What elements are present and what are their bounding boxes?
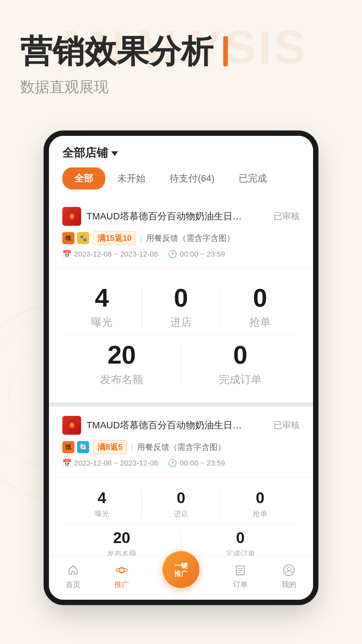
- stat-exposure-value-2: 4: [98, 489, 106, 507]
- stat-grab-1: 0 抢单: [221, 278, 300, 335]
- stats-section-1: 4 曝光 0 进店 0 抢单: [49, 268, 313, 402]
- page-title: 营销效果分析: [20, 34, 213, 69]
- stat-entry-label-1: 进店: [170, 315, 192, 330]
- promo-tag-1: 满15返10: [93, 231, 136, 245]
- campaign-1-time: 📅 2023-12-08 ~ 2023-12-08 🕐 00:00 ~ 23:5…: [62, 250, 300, 259]
- stat-exposure-1: 4 曝光: [62, 278, 141, 335]
- orders-icon: [233, 563, 248, 578]
- campaign-2-status: 已审核: [274, 419, 300, 431]
- campaign-2-tags: 饿 🔄 满8返5 | 用餐反馈（需含字含图）: [62, 440, 300, 454]
- accent-bar: [223, 36, 228, 66]
- page-subtitle: 数据直观展现: [20, 77, 342, 97]
- stat-complete-value-1: 0: [233, 341, 247, 369]
- stats-row-1: 4 曝光 0 进店 0 抢单: [49, 268, 313, 335]
- clock-icon-2: 🕐: [168, 459, 177, 468]
- tab-pending[interactable]: 待支付(64): [158, 167, 227, 190]
- time-text-2: 00:00 ~ 23:59: [180, 459, 225, 468]
- campaign-1-header: 🏮 TMAUD塔慕德百分百动物奶油生日… 已审核: [62, 207, 300, 226]
- orange-badge-2: 饿: [62, 441, 74, 453]
- stat-grab-label-2: 抢单: [253, 509, 267, 519]
- stats-row-3: 4 曝光 0 进店 0 抢单: [49, 477, 313, 524]
- stat-quota-1: 20 发布名额: [62, 335, 181, 392]
- profile-icon: [282, 563, 296, 578]
- nav-orders[interactable]: 订单: [233, 563, 248, 590]
- nav-home[interactable]: 首页: [66, 563, 80, 590]
- blue-badge-2: 🔄: [77, 441, 89, 453]
- stat-entry-2: 0 进店: [141, 484, 221, 524]
- clock-icon-1: 🕐: [168, 250, 177, 259]
- time-item-2: 🕐 00:00 ~ 23:59: [168, 459, 225, 468]
- campaign-card-2: 🏮 TMAUD塔慕德百分百动物奶油生日… 已审核 饿 🔄 满8返5 | 用餐反馈…: [49, 407, 313, 477]
- stat-grab-value-1: 0: [253, 284, 267, 312]
- tabs-row: 全部 未开始 待支付(64) 已完成: [49, 161, 313, 198]
- stat-quota-label-1: 发布名额: [100, 372, 143, 387]
- campaign-2-title: TMAUD塔慕德百分百动物奶油生日…: [86, 419, 270, 432]
- campaign-1-status: 已审核: [274, 210, 300, 222]
- calendar-icon-2: 📅: [62, 459, 71, 468]
- campaign-2-time: 📅 2023-12-08 ~ 2023-12-08 🕐 00:00 ~ 23:5…: [62, 459, 300, 468]
- home-icon: [66, 563, 80, 578]
- nav-home-label: 首页: [66, 580, 80, 590]
- svg-point-7: [287, 567, 291, 571]
- stat-complete-label-1: 完成订单: [219, 372, 262, 387]
- nav-profile[interactable]: 我的: [282, 563, 296, 590]
- tag-icons-2: 饿 🔄: [62, 441, 89, 453]
- date-item-1: 📅 2023-12-08 ~ 2023-12-08: [62, 250, 158, 259]
- stat-grab-2: 0 抢单: [221, 484, 300, 524]
- tag-desc-2: 用餐反馈（需含字含图）: [137, 442, 226, 452]
- date-text-2: 2023-12-08 ~ 2023-12-08: [74, 459, 158, 468]
- stat-complete-1: 0 完成订单: [181, 335, 300, 392]
- campaign-card-1: 🏮 TMAUD塔慕德百分百动物奶油生日… 已审核 饿 🐾 满15返10 | 用餐…: [49, 198, 313, 268]
- stats-row-2: 20 发布名额 0 完成订单: [49, 335, 313, 396]
- time-text-1: 00:00 ~ 23:59: [180, 250, 225, 259]
- nav-promote[interactable]: 推广: [114, 563, 129, 590]
- stat-entry-1: 0 进店: [141, 278, 221, 335]
- tab-completed[interactable]: 已完成: [227, 167, 279, 190]
- chevron-down-icon: [111, 151, 118, 156]
- planet-icon: [114, 563, 129, 578]
- card-separator: [49, 402, 313, 407]
- tag-divider-2: |: [131, 442, 133, 452]
- stat-entry-label-2: 进店: [174, 509, 188, 519]
- nav-quick-promote-btn[interactable]: 一键推广: [163, 551, 199, 588]
- phone-inner: 全部店铺 全部 未开始 待支付(64) 已完成 🏮 TMAUD塔慕德百分百动物奶…: [49, 136, 313, 600]
- stat-quota-value-2: 20: [113, 529, 130, 547]
- stat-quota-value-1: 20: [108, 341, 136, 369]
- stat-exposure-label-2: 曝光: [95, 509, 109, 519]
- nav-quick-promote-text: 一键推广: [174, 561, 188, 578]
- stat-grab-value-2: 0: [256, 489, 264, 507]
- campaign-2-header: 🏮 TMAUD塔慕德百分百动物奶油生日… 已审核: [62, 416, 300, 435]
- phone-frame: 全部店铺 全部 未开始 待支付(64) 已完成 🏮 TMAUD塔慕德百分百动物奶…: [44, 130, 318, 605]
- stat-complete-value-2: 0: [236, 529, 245, 547]
- date-item-2: 📅 2023-12-08 ~ 2023-12-08: [62, 459, 158, 468]
- stat-exposure-label-1: 曝光: [91, 315, 113, 330]
- nav-profile-label: 我的: [282, 580, 296, 590]
- stat-grab-label-1: 抢单: [249, 315, 271, 330]
- tag-desc-1: 用餐反馈（需含字含图）: [146, 233, 235, 244]
- tab-all[interactable]: 全部: [62, 167, 105, 190]
- campaign-1-tags: 饿 🐾 满15返10 | 用餐反馈（需含字含图）: [62, 231, 300, 245]
- stat-exposure-value-1: 4: [95, 284, 109, 312]
- header-section: 营销效果分析 数据直观展现: [0, 0, 362, 110]
- orange-badge: 饿: [62, 232, 74, 244]
- campaign-1-title: TMAUD塔慕德百分百动物奶油生日…: [86, 210, 270, 223]
- campaign-2-logo: 🏮: [62, 416, 81, 435]
- tag-divider: |: [140, 233, 142, 243]
- svg-point-1: [116, 568, 127, 572]
- nav-promote-label: 推广: [114, 580, 129, 590]
- campaign-1-logo: 🏮: [62, 207, 81, 226]
- nav-orders-label: 订单: [233, 580, 248, 590]
- store-selector[interactable]: 全部店铺: [49, 136, 313, 161]
- bottom-nav: 首页 推广 一键推广: [49, 556, 313, 600]
- yellow-badge: 🐾: [77, 232, 89, 244]
- promo-tag-2: 满8返5: [93, 440, 127, 454]
- stat-entry-value-1: 0: [174, 284, 188, 312]
- store-selector-text: 全部店铺: [62, 145, 108, 161]
- phone-mockup: 全部店铺 全部 未开始 待支付(64) 已完成 🏮 TMAUD塔慕德百分百动物奶…: [44, 130, 318, 605]
- time-item-1: 🕐 00:00 ~ 23:59: [168, 250, 225, 259]
- date-text-1: 2023-12-08 ~ 2023-12-08: [74, 250, 158, 259]
- stat-entry-value-2: 0: [177, 489, 185, 507]
- calendar-icon-1: 📅: [62, 250, 71, 259]
- tab-not-started[interactable]: 未开始: [105, 167, 158, 190]
- tag-icons: 饿 🐾: [62, 232, 89, 244]
